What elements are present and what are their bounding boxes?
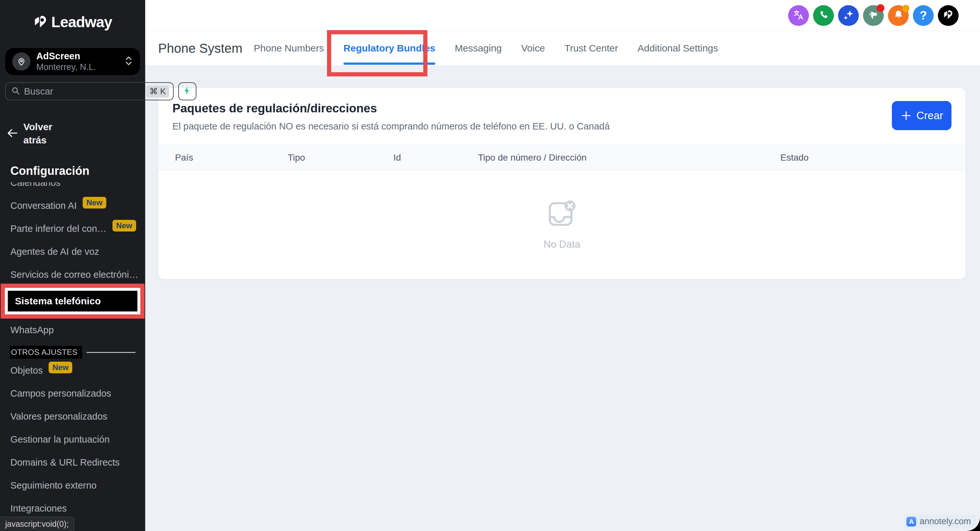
search-row: ⌘ K <box>5 82 140 100</box>
divider-line <box>86 352 135 353</box>
search-input[interactable] <box>24 86 146 97</box>
bell-icon <box>893 10 904 21</box>
annotation-red-box-sidebar: Sistema telefónico <box>1 284 145 319</box>
search-icon <box>11 86 20 97</box>
active-tab-underline <box>344 62 435 65</box>
question-mark-icon: ? <box>920 9 927 22</box>
empty-state-text: No Data <box>544 239 581 250</box>
megaphone-icon <box>868 10 879 21</box>
announcements-button[interactable] <box>863 5 884 26</box>
regulatory-bundles-card: Paquetes de regulación/direcciones El pa… <box>158 88 966 279</box>
lightning-bolt-icon <box>183 86 192 97</box>
leadway-logo-icon <box>33 14 48 30</box>
settings-section-title: Configuración <box>10 164 145 178</box>
sidebar-item-campos-personalizados[interactable]: Campos personalizados <box>0 382 145 405</box>
column-tipo-numero-direccion: Tipo de número / Dirección <box>478 145 587 170</box>
back-label: Volver atrás <box>23 120 62 147</box>
search-input-box[interactable]: ⌘ K <box>5 82 174 100</box>
ai-button[interactable] <box>838 5 859 26</box>
other-settings-divider: OTROS AJUSTES <box>0 346 145 359</box>
back-button[interactable]: Volver atrás <box>6 120 145 147</box>
new-badge: New <box>49 361 72 373</box>
sidebar-item-servicios-correo[interactable]: Servicios de correo electróni… <box>0 263 145 286</box>
sidebar-item-agentes-ai-voz[interactable]: Agentes de AI de voz <box>0 240 145 263</box>
app-logo-text: Leadway <box>51 13 112 31</box>
new-badge: New <box>113 220 136 231</box>
new-badge: New <box>83 197 106 209</box>
sidebar-item-domains-url-redirects[interactable]: Domains & URL Redirects <box>0 451 145 474</box>
account-switcher[interactable]: AdScreen Monterrey, N.L. <box>5 48 140 75</box>
arrow-left-icon <box>6 127 18 140</box>
page-header: Phone System Phone Numbers Regulatory Bu… <box>145 31 980 65</box>
tab-trust-center[interactable]: Trust Center <box>565 31 618 65</box>
search-shortcut-chip: ⌘ K <box>146 86 169 97</box>
location-pin-icon <box>12 52 30 71</box>
empty-state: No Data <box>158 170 966 279</box>
column-id: Id <box>393 145 401 170</box>
sidebar-item-sistema-telefonico[interactable]: Sistema telefónico <box>8 291 137 311</box>
sidebar-item-seguimiento-externo[interactable]: Seguimiento externo <box>0 474 145 497</box>
chevron-up-down-icon <box>124 55 133 68</box>
leadway-mark-icon <box>943 10 954 22</box>
topbar: ? <box>145 0 980 31</box>
notification-dot-red <box>877 4 885 12</box>
app-logo: Leadway <box>0 0 145 31</box>
sidebar-item-whatsapp[interactable]: WhatsApp <box>0 319 145 342</box>
account-name: AdScreen <box>36 51 124 62</box>
leadway-home-button[interactable] <box>938 5 959 26</box>
column-estado: Estado <box>780 145 808 170</box>
column-tipo: Tipo <box>288 145 305 170</box>
sidebar: Leadway AdScreen Monterrey, N.L. <box>0 0 145 531</box>
tab-messaging[interactable]: Messaging <box>455 31 502 65</box>
translate-button[interactable] <box>788 5 809 26</box>
page-title: Phone System <box>158 31 242 65</box>
sidebar-item-valores-personalizados[interactable]: Valores personalizados <box>0 405 145 428</box>
card-subtitle: El paquete de regulación NO es necesario… <box>172 121 951 132</box>
sidebar-item-objetos[interactable]: ObjetosNew <box>0 359 145 382</box>
browser-status-text: javascript:void(0); <box>0 517 74 531</box>
phone-icon <box>819 10 829 21</box>
sidebar-item-calendarios[interactable]: Calendarios <box>0 182 145 194</box>
tab-voice[interactable]: Voice <box>521 31 545 65</box>
content-area: Paquetes de regulación/direcciones El pa… <box>145 65 980 531</box>
tab-additional-settings[interactable]: Additional Settings <box>638 31 718 65</box>
create-button-label: Crear <box>916 109 943 122</box>
translate-icon <box>793 9 804 22</box>
phone-button[interactable] <box>813 5 834 26</box>
notifications-button[interactable] <box>888 5 909 26</box>
account-location: Monterrey, N.L. <box>36 62 124 72</box>
tab-phone-numbers[interactable]: Phone Numbers <box>254 31 324 65</box>
annotely-watermark[interactable]: A annotely.com <box>904 515 976 528</box>
notification-dot-amber <box>902 5 909 12</box>
annotely-icon: A <box>907 517 916 526</box>
account-meta: AdScreen Monterrey, N.L. <box>36 51 124 72</box>
annotely-text: annotely.com <box>920 517 971 526</box>
column-pais: País <box>175 145 193 170</box>
sidebar-item-parte-inferior[interactable]: Parte inferior del con…New <box>0 217 145 240</box>
settings-menu: Calendarios Conversation AINew Parte inf… <box>0 182 145 531</box>
card-header: Paquetes de regulación/direcciones El pa… <box>158 88 966 145</box>
sidebar-item-gestionar-puntuacion[interactable]: Gestionar la puntuación <box>0 428 145 451</box>
quick-actions-button[interactable] <box>178 82 196 100</box>
tab-regulatory-bundles[interactable]: Regulatory Bundles <box>344 31 435 65</box>
help-button[interactable]: ? <box>913 5 934 26</box>
sidebar-item-conversation-ai[interactable]: Conversation AINew <box>0 194 145 217</box>
card-title: Paquetes de regulación/direcciones <box>172 101 951 115</box>
no-data-inbox-icon <box>546 198 578 232</box>
tab-bar: Phone Numbers Regulatory Bundles Messagi… <box>254 31 718 65</box>
sparkles-icon <box>843 9 854 22</box>
table-header-row: País Tipo Id Tipo de número / Dirección … <box>158 145 966 170</box>
other-settings-label: OTROS AJUSTES <box>10 346 82 359</box>
create-button[interactable]: Crear <box>892 101 951 130</box>
plus-icon <box>900 110 912 121</box>
